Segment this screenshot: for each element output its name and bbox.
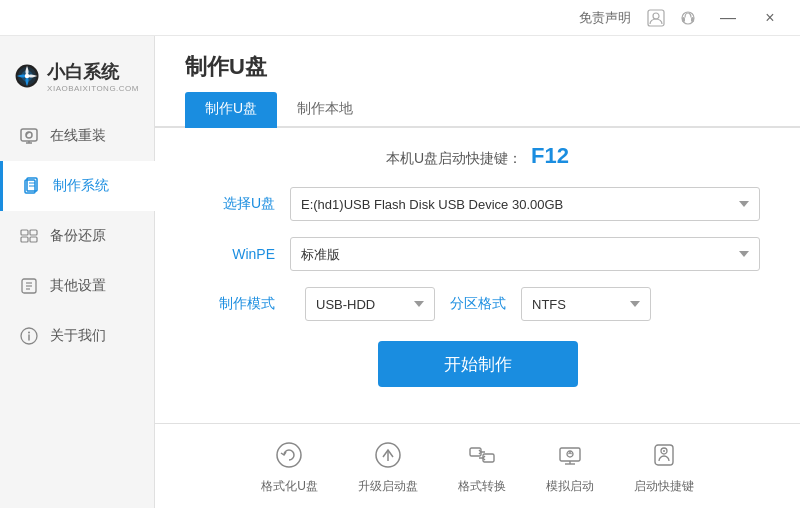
upgrade-boot-icon xyxy=(371,438,405,472)
logo-icon xyxy=(15,56,39,96)
usb-select-row: 选择U盘 E:(hd1)USB Flash Disk USB Device 30… xyxy=(195,187,760,221)
sidebar-label-other-settings: 其他设置 xyxy=(50,277,106,295)
titlebar-icons xyxy=(646,8,698,28)
free-label: 免责声明 xyxy=(579,9,631,27)
usb-label: 选择U盘 xyxy=(195,195,275,213)
tool-simulate-boot[interactable]: 模拟启动 xyxy=(546,438,594,495)
backup-restore-icon xyxy=(18,225,40,247)
svg-point-1 xyxy=(653,13,659,19)
page-title: 制作U盘 xyxy=(185,52,267,82)
svg-rect-18 xyxy=(30,237,37,242)
main-content: 制作U盘 制作U盘 制作本地 本机U盘启动快捷键： F12 选择U盘 E:(hd… xyxy=(155,36,800,508)
shortcut-hint: 本机U盘启动快捷键： F12 xyxy=(195,143,760,169)
winpe-select[interactable]: 标准版 xyxy=(290,237,760,271)
sidebar-label-online-reinstall: 在线重装 xyxy=(50,127,106,145)
content-area: 本机U盘启动快捷键： F12 选择U盘 E:(hd1)USB Flash Dis… xyxy=(155,128,800,423)
sidebar: 小白系统 XIAOBAIXITONG.COM 在线重装 xyxy=(0,36,155,508)
tool-label-format-convert: 格式转换 xyxy=(458,478,506,495)
sidebar-label-backup-restore: 备份还原 xyxy=(50,227,106,245)
svg-point-8 xyxy=(25,74,30,79)
svg-rect-4 xyxy=(691,17,694,22)
svg-rect-30 xyxy=(483,454,494,462)
tool-boot-shortcut[interactable]: 启动快捷键 xyxy=(634,438,694,495)
logo-text: 小白系统 xyxy=(47,60,139,84)
tool-label-simulate-boot: 模拟启动 xyxy=(546,478,594,495)
svg-rect-31 xyxy=(560,448,580,461)
bottom-toolbar: 格式化U盘 升级启动盘 xyxy=(155,423,800,508)
about-us-icon xyxy=(18,325,40,347)
boot-shortcut-icon xyxy=(647,438,681,472)
svg-rect-16 xyxy=(21,237,28,242)
sidebar-item-backup-restore[interactable]: 备份还原 xyxy=(0,211,154,261)
simulate-boot-icon xyxy=(553,438,587,472)
logo-area: 小白系统 XIAOBAIXITONG.COM xyxy=(0,46,154,111)
svg-point-26 xyxy=(277,443,301,467)
titlebar-actions: — × xyxy=(708,4,790,32)
tabs: 制作U盘 制作本地 xyxy=(155,92,800,128)
online-reinstall-icon xyxy=(18,125,40,147)
headset-icon[interactable] xyxy=(678,8,698,28)
tool-label-upgrade-boot: 升级启动盘 xyxy=(358,478,418,495)
start-button[interactable]: 开始制作 xyxy=(378,341,578,387)
mode-label: 制作模式 xyxy=(195,295,275,313)
svg-rect-9 xyxy=(21,129,37,141)
app-container: 小白系统 XIAOBAIXITONG.COM 在线重装 xyxy=(0,36,800,508)
titlebar: 免责声明 — × xyxy=(0,0,800,36)
format-convert-icon xyxy=(465,438,499,472)
minimize-button[interactable]: — xyxy=(708,4,748,32)
partition-label: 分区格式 xyxy=(450,295,506,313)
tool-upgrade-boot[interactable]: 升级启动盘 xyxy=(358,438,418,495)
usb-select[interactable]: E:(hd1)USB Flash Disk USB Device 30.00GB xyxy=(290,187,760,221)
winpe-label: WinPE xyxy=(195,246,275,262)
tab-make-usb[interactable]: 制作U盘 xyxy=(185,92,277,128)
sidebar-item-other-settings[interactable]: 其他设置 xyxy=(0,261,154,311)
mode-select[interactable]: USB-HDD xyxy=(305,287,435,321)
svg-rect-29 xyxy=(470,448,481,456)
winpe-row: WinPE 标准版 xyxy=(195,237,760,271)
svg-rect-17 xyxy=(30,230,37,235)
sidebar-label-make-system: 制作系统 xyxy=(53,177,109,195)
tool-format-convert[interactable]: 格式转换 xyxy=(458,438,506,495)
shortcut-hint-text: 本机U盘启动快捷键： xyxy=(386,150,522,166)
tool-label-format-usb: 格式化U盘 xyxy=(261,478,318,495)
tab-make-local[interactable]: 制作本地 xyxy=(277,92,373,128)
logo-sub: XIAOBAIXITONG.COM xyxy=(47,84,139,93)
user-icon[interactable] xyxy=(646,8,666,28)
format-usb-icon xyxy=(272,438,306,472)
sidebar-item-about-us[interactable]: 关于我们 xyxy=(0,311,154,361)
sidebar-item-online-reinstall[interactable]: 在线重装 xyxy=(0,111,154,161)
mode-partition-row: 制作模式 USB-HDD 分区格式 NTFS xyxy=(195,287,760,321)
svg-rect-3 xyxy=(682,17,685,22)
tool-label-boot-shortcut: 启动快捷键 xyxy=(634,478,694,495)
svg-point-25 xyxy=(28,332,30,334)
partition-select[interactable]: NTFS xyxy=(521,287,651,321)
logo-text-area: 小白系统 XIAOBAIXITONG.COM xyxy=(47,60,139,93)
sidebar-item-make-system[interactable]: 制作系统 xyxy=(0,161,154,211)
other-settings-icon xyxy=(18,275,40,297)
shortcut-key: F12 xyxy=(531,143,569,168)
svg-point-37 xyxy=(663,450,665,452)
sidebar-label-about-us: 关于我们 xyxy=(50,327,106,345)
close-button[interactable]: × xyxy=(750,4,790,32)
make-system-icon xyxy=(21,175,43,197)
page-header: 制作U盘 xyxy=(155,36,800,82)
tool-format-usb[interactable]: 格式化U盘 xyxy=(261,438,318,495)
svg-rect-15 xyxy=(21,230,28,235)
